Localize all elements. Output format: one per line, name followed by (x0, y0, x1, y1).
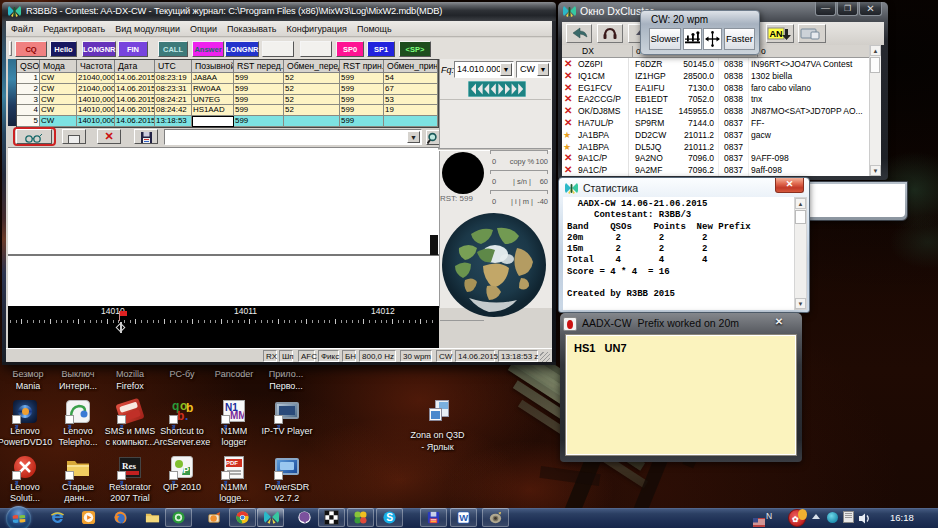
svg-text:MM: MM (230, 410, 244, 421)
svg-text:.: . (185, 409, 188, 423)
svg-text:S: S (386, 512, 393, 523)
svg-text:AN: AN (770, 29, 783, 39)
svg-text:W: W (459, 513, 468, 523)
svg-text:b: b (177, 409, 184, 423)
svg-text:P: P (183, 465, 189, 475)
